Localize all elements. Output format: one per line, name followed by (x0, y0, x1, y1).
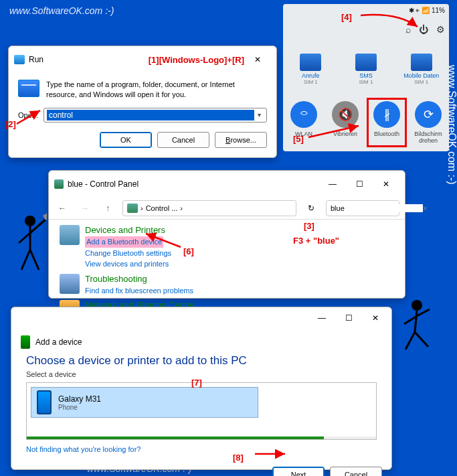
clear-icon[interactable]: × (423, 204, 427, 212)
address-bar[interactable]: › Control ... › (122, 200, 296, 216)
breadcrumb[interactable]: Control ... (146, 204, 178, 212)
annotation-1: [1][Windows-Logo]+[R] (149, 55, 244, 65)
qs-bluetooth[interactable]: ∦Bluetooth (370, 101, 403, 144)
stickman-run (400, 297, 434, 358)
close-icon[interactable]: ✕ (362, 309, 389, 327)
svg-line-8 (415, 311, 417, 332)
close-icon[interactable]: ✕ (244, 50, 271, 69)
add-titlebar: — ☐ ✕ (11, 307, 391, 329)
svg-line-6 (19, 233, 30, 243)
qs-vibrate[interactable]: 🔇Vibrieren (329, 101, 362, 144)
run-app-icon (18, 80, 39, 97)
ctrl-search[interactable]: × (326, 200, 399, 216)
maximize-icon[interactable]: ☐ (346, 175, 373, 193)
gear-icon[interactable]: ⚙ (436, 24, 445, 35)
forward-icon[interactable]: → (77, 200, 93, 216)
open-combobox[interactable]: ▾ (43, 108, 267, 123)
phone-sim-row: AnrufeSIM 1 SMSSIM 1 Mobile DatenSIM 1 (283, 54, 449, 85)
cancel-button[interactable]: Cancel (157, 132, 209, 148)
open-input[interactable] (47, 110, 254, 121)
link-view-devices[interactable]: View devices and printers (85, 258, 171, 270)
sim-data[interactable]: Mobile DatenSIM 1 (398, 54, 445, 85)
svg-line-3 (30, 250, 39, 270)
add-device-icon (21, 335, 30, 349)
add-window-title: Add a device (35, 337, 82, 347)
phone-status-bar: ✱ ⌖ 📶 11% (409, 7, 445, 15)
next-button[interactable]: Next (272, 467, 325, 476)
up-icon[interactable]: ↑ (100, 200, 116, 216)
svg-point-7 (412, 300, 422, 311)
sim-calls[interactable]: AnrufeSIM 1 (287, 54, 334, 85)
search-icon[interactable]: ⌕ (405, 24, 411, 35)
help-link[interactable]: Not finding what you're looking for? (26, 445, 141, 453)
maximize-icon[interactable]: ☐ (335, 309, 362, 327)
ctrl-toolbar: ← → ↑ › Control ... › ↻ × (49, 197, 405, 220)
run-dialog: Run [1][Windows-Logo]+[R] ✕ Type the nam… (8, 46, 277, 158)
category-troubleshoot[interactable]: Troubleshooting (85, 274, 193, 284)
svg-line-2 (21, 250, 30, 270)
ctrl-titlebar: blue - Control Panel — ☐ ✕ (49, 171, 405, 197)
run-icon-small (14, 55, 25, 64)
back-icon[interactable]: ← (54, 200, 70, 216)
folder-icon (127, 204, 138, 213)
search-input[interactable] (331, 204, 423, 212)
device-list: Galaxy M31 Phone (26, 382, 377, 440)
watermark-top: www.SoftwareOK.com :-) (9, 5, 114, 16)
device-type: Phone (58, 404, 101, 411)
device-name: Galaxy M31 (58, 394, 101, 404)
minimize-icon[interactable]: — (319, 175, 346, 193)
power-icon[interactable]: ⏻ (419, 24, 428, 35)
phone-quick-tiles: ⌔WLAN 🔇Vibrieren ∦Bluetooth ⟳Bildschirm … (283, 101, 449, 144)
svg-line-9 (405, 332, 415, 349)
troubleshoot-icon (60, 274, 80, 294)
add-subheading: Select a device (26, 370, 377, 378)
qs-rotate[interactable]: ⟳Bildschirm drehen (412, 101, 445, 144)
cancel-button[interactable]: Cancel (330, 467, 382, 476)
browse-button[interactable]: BBrowse...rowse... (215, 132, 267, 148)
add-heading: Choose a device or printer to add to thi… (26, 354, 377, 368)
run-description: Type the name of a program, folder, docu… (46, 80, 267, 100)
add-device-window: — ☐ ✕ Add a device Choose a device or pr… (11, 307, 392, 470)
breadcrumb-sep: › (180, 204, 183, 212)
ok-button[interactable]: OK (100, 132, 152, 148)
link-add-bluetooth[interactable]: Add a Bluetooth device (85, 236, 163, 248)
qs-wifi[interactable]: ⌔WLAN (287, 101, 321, 144)
minimize-icon[interactable]: — (308, 309, 335, 327)
close-icon[interactable]: ✕ (373, 175, 399, 193)
svg-line-10 (415, 332, 428, 347)
link-bluescreen[interactable]: Find and fix bluescreen problems (85, 285, 193, 297)
ctrl-icon (54, 179, 64, 189)
stickman-hammer (13, 213, 47, 273)
device-item[interactable]: Galaxy M31 Phone (31, 387, 258, 418)
phone-icon (37, 390, 52, 414)
open-label: Open: (18, 111, 38, 119)
link-bt-settings[interactable]: Change Bluetooth settings (85, 248, 171, 259)
category-devices[interactable]: Devices and Printers (85, 225, 171, 235)
devices-icon (60, 225, 80, 245)
breadcrumb-sep: › (141, 204, 143, 212)
progress-bar (27, 437, 376, 439)
svg-point-0 (25, 216, 35, 226)
sim-sms[interactable]: SMSSIM 1 (343, 54, 389, 85)
ctrl-title: blue - Control Panel (68, 179, 319, 189)
control-panel-window: blue - Control Panel — ☐ ✕ ← → ↑ › Contr… (48, 170, 405, 299)
svg-line-11 (417, 309, 430, 316)
refresh-icon[interactable]: ↻ (303, 204, 319, 213)
run-titlebar: Run [1][Windows-Logo]+[R] ✕ (9, 46, 276, 73)
chevron-down-icon[interactable]: ▾ (254, 111, 264, 118)
run-title: Run (29, 55, 135, 64)
phone-quick-settings: ✱ ⌖ 📶 11% ⌕ ⏻ ⚙ AnrufeSIM 1 SMSSIM 1 Mob… (283, 4, 449, 151)
